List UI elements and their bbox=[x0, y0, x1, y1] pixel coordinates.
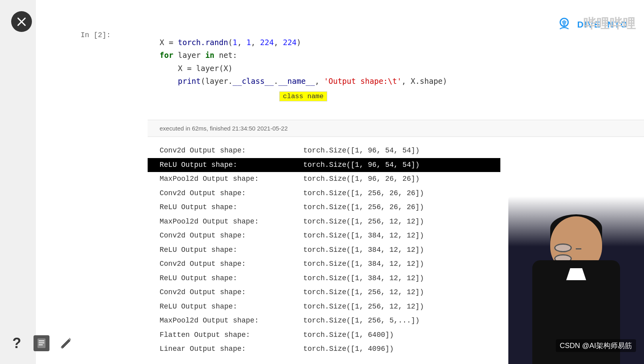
output-label: ReLU Output shape: bbox=[160, 159, 303, 172]
dive-into-icon bbox=[555, 16, 573, 34]
output-value: torch.Size([1, 4096]) bbox=[303, 343, 394, 356]
output-row: Flatten Output shape:torch.Size([1, 6400… bbox=[160, 328, 488, 342]
output-row: Conv2d Output shape:torch.Size([1, 256, … bbox=[160, 186, 488, 201]
output-value: torch.Size([1, 384, 12, 12]) bbox=[303, 258, 424, 271]
output-value: torch.Size([1, 384, 12, 12]) bbox=[303, 244, 424, 257]
cell-label: In [2]: bbox=[81, 31, 111, 39]
instructor-overlay bbox=[508, 196, 644, 364]
collar bbox=[566, 268, 586, 280]
question-icon: ? bbox=[12, 335, 21, 352]
output-label: Conv2d Output shape: bbox=[160, 229, 303, 242]
output-value: torch.Size([1, 96, 54, 54]) bbox=[303, 159, 420, 172]
output-value: torch.Size([1, 384, 12, 12]) bbox=[303, 272, 424, 285]
svg-rect-4 bbox=[39, 344, 43, 345]
svg-rect-2 bbox=[39, 340, 44, 341]
site-name: 哔哩哔哩 bbox=[583, 15, 636, 33]
output-label: ReLU Output shape: bbox=[160, 244, 303, 257]
output-row: Conv2d Output shape:torch.Size([1, 384, … bbox=[160, 257, 488, 271]
code-line-2: for layer in net: bbox=[160, 49, 632, 61]
output-row: ReLU Output shape:torch.Size([1, 96, 54,… bbox=[148, 158, 500, 172]
bottom-toolbar: ? bbox=[8, 334, 75, 352]
note-icon bbox=[36, 338, 47, 349]
output-value: torch.Size([1, 256, 12, 12]) bbox=[303, 286, 424, 299]
output-row: ReLU Output shape:torch.Size([1, 384, 12… bbox=[160, 271, 488, 286]
output-label: Conv2d Output shape: bbox=[160, 286, 303, 299]
output-row: Conv2d Output shape:torch.Size([1, 96, 5… bbox=[160, 144, 488, 158]
output-label: MaxPool2d Output shape: bbox=[160, 173, 303, 186]
output-row: MaxPool2d Output shape:torch.Size([1, 25… bbox=[160, 215, 488, 229]
output-label: Conv2d Output shape: bbox=[160, 187, 303, 200]
output-row: Conv2d Output shape:torch.Size([1, 256, … bbox=[160, 285, 488, 300]
output-label: Conv2d Output shape: bbox=[160, 144, 303, 157]
output-label: ReLU Output shape: bbox=[160, 272, 303, 285]
code-line-3: X = layer(X) bbox=[160, 62, 632, 75]
output-value: torch.Size([1, 256, 5,...]) bbox=[303, 315, 420, 327]
output-row: ReLU Output shape:torch.Size([1, 384, 12… bbox=[160, 243, 488, 257]
output-row: Conv2d Output shape:torch.Size([1, 384, … bbox=[160, 229, 488, 243]
svg-rect-3 bbox=[39, 342, 44, 343]
output-value: torch.Size([1, 256, 26, 26]) bbox=[303, 187, 424, 200]
watermark: CSDN @AI架构师易筋 bbox=[556, 339, 636, 352]
output-label: Conv2d Output shape: bbox=[160, 258, 303, 271]
output-value: torch.Size([1, 96, 54, 54]) bbox=[303, 144, 420, 157]
exec-info: executed in 62ms, finished 21:34:50 2021… bbox=[148, 120, 644, 137]
output-row: ReLU Output shape:torch.Size([1, 256, 12… bbox=[160, 300, 488, 314]
output-row: MaxPool2d Output shape:torch.Size([1, 96… bbox=[160, 172, 488, 186]
close-button[interactable] bbox=[11, 11, 32, 32]
note-button[interactable] bbox=[34, 335, 49, 351]
output-row: Linear Output shape:torch.Size([1, 4096]… bbox=[160, 342, 488, 356]
pencil-button[interactable] bbox=[57, 334, 75, 352]
output-label: Flatten Output shape: bbox=[160, 329, 303, 342]
output-value: torch.Size([1, 256, 26, 26]) bbox=[303, 201, 424, 214]
output-label: Linear Output shape: bbox=[160, 343, 303, 356]
site-logo-area: 哔哩哔哩 bbox=[583, 15, 636, 33]
code-line-1: X = torch.randn(1, 1, 224, 224) bbox=[160, 36, 632, 49]
output-row: MaxPool2d Output shape:torch.Size([1, 25… bbox=[160, 314, 488, 328]
output-row: ReLU Output shape:torch.Size([1, 256, 26… bbox=[160, 200, 488, 215]
help-button[interactable]: ? bbox=[8, 334, 26, 352]
glasses bbox=[554, 243, 598, 251]
output-area: Conv2d Output shape:torch.Size([1, 96, 5… bbox=[148, 136, 500, 364]
code-block: X = torch.randn(1, 1, 224, 224) for laye… bbox=[148, 28, 644, 95]
class-name-highlight: class name bbox=[279, 91, 327, 101]
output-value: torch.Size([1, 384, 12, 12]) bbox=[303, 229, 424, 242]
output-label: MaxPool2d Output shape: bbox=[160, 216, 303, 228]
output-label: ReLU Output shape: bbox=[160, 301, 303, 313]
output-value: torch.Size([1, 96, 26, 26]) bbox=[303, 173, 420, 186]
output-label: MaxPool2d Output shape: bbox=[160, 315, 303, 327]
output-value: torch.Size([1, 256, 12, 12]) bbox=[303, 216, 424, 228]
output-value: torch.Size([1, 6400]) bbox=[303, 329, 394, 342]
code-line-4: print(layer.__class__.__name__, 'Output … bbox=[160, 75, 632, 87]
output-value: torch.Size([1, 256, 12, 12]) bbox=[303, 301, 424, 313]
output-label: ReLU Output shape: bbox=[160, 201, 303, 214]
pencil-icon bbox=[59, 336, 73, 350]
